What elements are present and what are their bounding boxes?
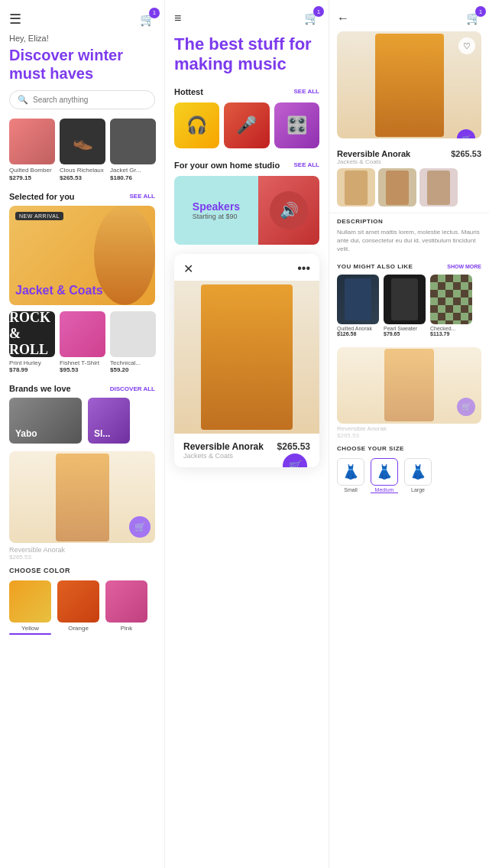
brands-header: Brands we love DISCOVER ALL: [9, 379, 155, 398]
left-title: Discover winter must haves: [0, 46, 164, 90]
bottom-product-name: Reversible Anorak: [9, 546, 155, 554]
menu-icon[interactable]: ☰: [9, 11, 21, 28]
popup-product-price: $265.53: [277, 441, 310, 452]
size-item-medium[interactable]: 👗 Medium: [371, 458, 398, 493]
see-all-studio[interactable]: SEE ALL: [294, 161, 319, 168]
product-img: 👞: [60, 119, 105, 164]
speaker-card[interactable]: Speakers Starting at $90 🔊: [174, 176, 319, 245]
brands-label: Brands we love: [9, 384, 71, 393]
speaker-info: Speakers Starting at $90: [174, 176, 258, 245]
featured-title: Jacket & Coats: [15, 284, 103, 297]
also-like-title: YOU MIGHT ALSO LIKE: [337, 263, 413, 270]
size-label-large: Large: [404, 487, 432, 493]
right-product-price: $265.53: [451, 149, 481, 158]
brand-card-yabo[interactable]: Yabo: [9, 398, 82, 444]
thumbnails-row: [329, 168, 489, 213]
cart-badge-left: 1: [149, 8, 160, 18]
see-all-selected[interactable]: SEE ALL: [130, 193, 155, 200]
cart-icon-mid[interactable]: 🛒 1: [304, 11, 319, 25]
home-studio-label: For your own home studio: [174, 161, 280, 170]
cart-icon-left[interactable]: 🛒 1: [140, 12, 155, 27]
color-row: Yellow Orange Pink: [9, 580, 155, 635]
right-product-info: Reversible Anorak Jackets & Coats $265.5…: [329, 143, 489, 168]
brand-card-sl[interactable]: Sl...: [88, 398, 130, 444]
right-product-name: Reversible Anorak: [337, 149, 410, 158]
also-like-card-2[interactable]: Pearl Sweater $79.65: [384, 275, 426, 336]
heart-button[interactable]: ♡: [458, 37, 475, 54]
hottest-header: Hottest SEE ALL: [165, 84, 329, 102]
hot-card-red[interactable]: 🎤: [224, 102, 269, 148]
product-card[interactable]: Quilted Bomber $279.15: [9, 119, 55, 181]
also-like-section: YOU MIGHT ALSO LIKE SHOW MORE Quilted An…: [329, 258, 489, 341]
brands-section: Brands we love DISCOVER ALL Yabo Sl...: [0, 379, 164, 444]
size-item-small[interactable]: 👗 Small: [337, 458, 364, 493]
left-panel: ☰ 🛒 1 Hey, Eliza! Discover winter must h…: [0, 0, 164, 868]
also-like-card-3[interactable]: Checked... $113.79: [430, 275, 472, 336]
popup-more-button[interactable]: •••: [297, 262, 310, 275]
selected-label: Selected for you: [9, 192, 75, 201]
discover-all[interactable]: DISCOVER ALL: [110, 385, 155, 392]
product-card[interactable]: 👞 Clous Richelaux $265.53: [60, 119, 105, 181]
size-section: CHOOSE YOUR SIZE 👗 Small 👗 Medium 👗 Larg…: [329, 439, 489, 499]
small-product-card[interactable]: ROCK& ROLL Print Hurley $78.99: [9, 311, 55, 374]
bottom-product-left[interactable]: Reversible Anorak $265.53 🛒: [9, 451, 155, 561]
featured-label: NEW ARRIVAL: [15, 212, 63, 220]
thumbnail-1[interactable]: [337, 168, 375, 206]
popup-product-name: Reversible Anorak: [183, 441, 264, 452]
size-icon-medium: 👗: [371, 458, 398, 486]
bottom-product-price: $265.53: [9, 554, 155, 561]
small-product-card[interactable]: Fishnet T-Shirt $95.53: [60, 311, 105, 374]
cart-badge-right: 1: [475, 6, 486, 17]
size-icon-large: 👗: [404, 458, 432, 486]
color-swatch-yellow[interactable]: Yellow: [9, 580, 51, 635]
back-button[interactable]: ←: [337, 11, 349, 25]
speaker-img: 🔊: [258, 176, 319, 245]
hot-card-yellow[interactable]: 🎧: [174, 102, 219, 148]
popup-close-button[interactable]: ✕: [183, 262, 193, 276]
size-title: CHOOSE YOUR SIZE: [337, 445, 481, 452]
color-swatch-orange[interactable]: Orange: [57, 580, 99, 635]
search-bar[interactable]: 🔍: [9, 90, 155, 109]
popup-header: ✕ •••: [174, 254, 319, 281]
also-like-card-1[interactable]: Quilted Anorak $126.58: [337, 275, 379, 336]
cart-fab-left[interactable]: 🛒: [129, 516, 151, 538]
small-product-card[interactable]: Technical... $59.20: [110, 311, 156, 374]
bottom-product-right-name: Reversible Anorak: [337, 425, 481, 432]
see-all-hottest[interactable]: SEE ALL: [294, 88, 319, 95]
left-header: ☰ 🛒 1: [0, 0, 164, 34]
thumbnail-3[interactable]: [419, 168, 458, 206]
show-more-button[interactable]: SHOW MORE: [447, 264, 481, 269]
search-icon: 🔍: [18, 95, 28, 105]
bottom-cart-btn-right[interactable]: 🛒: [457, 398, 475, 416]
popup-product-category: Jackets & Coats: [183, 452, 264, 460]
hottest-label: Hottest: [174, 87, 203, 96]
color-swatch-pink[interactable]: Pink: [105, 580, 147, 635]
cart-icon-right[interactable]: 🛒 1: [466, 11, 481, 25]
hot-card-purple[interactable]: 🎛️: [274, 102, 319, 148]
description-section: DESCRIPTION Nullam sit amet mattis lorem…: [329, 213, 489, 258]
right-panel: ← 🛒 1 ♡ 🛒 Reversible Anorak Jackets & Co…: [329, 0, 489, 868]
hottest-row: 🎧 🎤 🎛️: [165, 102, 329, 158]
popup-product-img: [174, 281, 319, 434]
choose-color-section: CHOOSE COLOR Yellow Orange Pink: [0, 561, 164, 635]
bottom-product-right[interactable]: Reversible Anorak $265.53 🛒: [337, 347, 481, 439]
product-img: [9, 119, 55, 164]
featured-card[interactable]: NEW ARRIVAL Jacket & Coats: [9, 206, 155, 305]
thumbnail-2[interactable]: [378, 168, 416, 206]
choose-color-label: CHOOSE COLOR: [9, 567, 155, 574]
cart-badge-mid: 1: [313, 6, 324, 17]
filter-icon[interactable]: ≡: [174, 11, 181, 25]
product-card[interactable]: Jacket Gr... $180.76: [110, 119, 156, 181]
size-row: 👗 Small 👗 Medium 👗 Large: [337, 458, 481, 493]
size-icon-small: 👗: [337, 458, 364, 486]
greeting: Hey, Eliza!: [0, 34, 164, 46]
right-header: ← 🛒 1: [329, 0, 489, 31]
hero-cart-button[interactable]: 🛒: [457, 129, 475, 138]
description-text: Nullam sit amet mattis lorem, molestie l…: [337, 228, 481, 254]
product-row: Quilted Bomber $279.15 👞 Clous Richelaux…: [0, 119, 164, 186]
description-title: DESCRIPTION: [337, 218, 481, 225]
search-input[interactable]: [33, 96, 147, 104]
size-item-large[interactable]: 👗 Large: [404, 458, 432, 493]
mid-hero-title: The best stuff for making music: [165, 31, 329, 84]
right-product-category: Jackets & Coats: [337, 158, 410, 165]
